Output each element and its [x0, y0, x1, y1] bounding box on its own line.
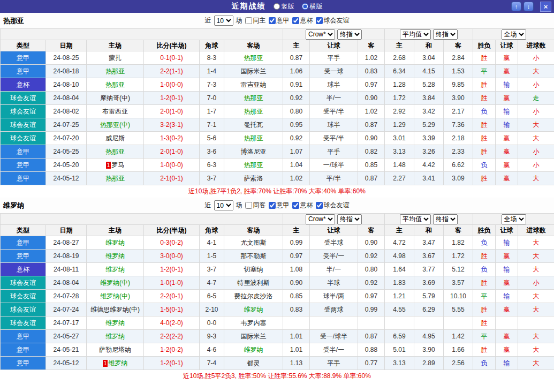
scroll-up-button[interactable]: ↑: [511, 2, 521, 11]
match-count-select[interactable]: 10: [214, 200, 233, 210]
score-link[interactable]: 0-1(0-1): [160, 54, 183, 62]
score-link[interactable]: 1-0(0-0): [160, 81, 183, 88]
avg-away: 9.85: [444, 78, 473, 92]
friendly-checkbox[interactable]: [316, 17, 323, 24]
cup-checkbox[interactable]: [292, 17, 299, 24]
odds-company-select[interactable]: Crow*: [306, 29, 335, 40]
team-link[interactable]: 国际米兰: [241, 67, 267, 75]
team-link[interactable]: 热那亚: [105, 81, 125, 88]
team-link[interactable]: 韦罗内塞: [241, 319, 267, 327]
serie-a-checkbox[interactable]: [269, 17, 276, 24]
score-link[interactable]: 4-0(2-0): [160, 319, 183, 327]
same-venue-filter[interactable]: 同主: [245, 16, 266, 25]
result-goals: 小: [518, 145, 554, 159]
match-count-select[interactable]: 10: [214, 16, 233, 26]
team-link[interactable]: 尤文图斯: [241, 239, 267, 246]
team-link[interactable]: 摩纳哥(中): [100, 94, 130, 102]
team-link[interactable]: 热那亚: [244, 161, 263, 169]
team-link[interactable]: 罗马: [111, 161, 124, 169]
filter-league-serie-a[interactable]: 意甲: [269, 16, 290, 25]
team-link[interactable]: 热那亚: [105, 148, 125, 155]
scope-select[interactable]: 全场: [502, 29, 526, 40]
team-link[interactable]: 热那亚: [244, 108, 263, 115]
team-link[interactable]: 维罗纳: [105, 333, 125, 340]
score-link[interactable]: 1-3(0-2): [160, 134, 183, 142]
odds-company-select[interactable]: Crow*: [306, 214, 335, 224]
average-select[interactable]: 平均值: [400, 214, 431, 224]
team-link[interactable]: 维罗纳: [244, 346, 263, 353]
average-time-select[interactable]: 终指: [433, 29, 458, 40]
score-link[interactable]: 2-2(2-2): [160, 333, 183, 340]
filter-league-serie-a[interactable]: 意甲: [269, 201, 290, 210]
team-link[interactable]: 热那亚: [105, 175, 125, 182]
team-link[interactable]: 萨索洛: [244, 175, 263, 182]
layout-horizontal-option[interactable]: 横版: [302, 2, 323, 11]
score-link[interactable]: 2-2(0-1): [160, 292, 183, 300]
score-link[interactable]: 2-0(1-0): [160, 108, 183, 115]
score-link[interactable]: 3-0(0-0): [160, 252, 183, 260]
filter-league-friendly[interactable]: 球会友谊: [316, 16, 350, 25]
score-link[interactable]: 1-2(0-2): [160, 346, 183, 353]
score-link[interactable]: 1-5(0-1): [160, 306, 183, 313]
friendly-checkbox[interactable]: [316, 202, 323, 209]
score-link[interactable]: 2-1(0-1): [160, 175, 183, 182]
score-link[interactable]: 1-2(0-1): [160, 266, 183, 273]
score-link[interactable]: 3-2(3-1): [160, 121, 183, 129]
team-link[interactable]: 蒙扎: [109, 54, 122, 62]
odds-time-select[interactable]: 终指: [337, 214, 362, 224]
team-link[interactable]: 维罗纳: [105, 239, 125, 246]
team-link[interactable]: 维罗纳: [105, 252, 125, 260]
team-link[interactable]: 萨勒尼塔纳: [99, 346, 131, 353]
corner-score: 9-3: [200, 330, 224, 343]
score-link[interactable]: 2-2(1-1): [160, 67, 183, 75]
close-button[interactable]: ×: [540, 2, 551, 12]
filter-league-friendly[interactable]: 球会友谊: [316, 201, 350, 210]
team-link[interactable]: 热那亚(中): [100, 121, 130, 129]
team-link[interactable]: 热那亚: [244, 54, 263, 62]
corner-score: 5-6: [200, 132, 224, 145]
score-link[interactable]: 1-2(0-1): [160, 359, 183, 367]
filter-league-cup[interactable]: 意杯: [292, 201, 313, 210]
scroll-down-button[interactable]: ↓: [523, 2, 534, 11]
team-link[interactable]: 维罗纳: [105, 266, 125, 273]
score-link[interactable]: 1-2(0-1): [160, 94, 183, 102]
team-link[interactable]: 维罗纳(中): [100, 279, 130, 287]
team-link[interactable]: 博洛尼亚: [241, 148, 267, 155]
cup-checkbox[interactable]: [292, 202, 299, 209]
layout-horizontal-radio[interactable]: [302, 3, 308, 10]
team-link[interactable]: 切塞纳: [244, 266, 263, 273]
team-link[interactable]: 威尼斯: [105, 134, 125, 142]
same-venue-checkbox[interactable]: [245, 17, 252, 24]
team-link[interactable]: 费拉尔皮沙洛: [234, 292, 273, 300]
score-link[interactable]: 0-3(0-2): [160, 239, 183, 246]
team-link[interactable]: 雷吉亚纳: [241, 81, 267, 88]
odds-away: 0.92: [358, 276, 385, 290]
team-link[interactable]: 维罗纳: [108, 359, 127, 367]
filter-league-cup[interactable]: 意杯: [292, 16, 313, 25]
team-link[interactable]: 特里波利斯: [238, 279, 270, 287]
average-time-select[interactable]: 终指: [433, 214, 458, 224]
team-link[interactable]: 维罗纳(中): [100, 292, 130, 300]
score-link[interactable]: 1-0(0-0): [160, 161, 183, 169]
layout-vertical-option[interactable]: 竖版: [274, 2, 294, 11]
team-link[interactable]: 热那亚: [244, 94, 263, 102]
average-select[interactable]: 平均值: [400, 29, 431, 40]
team-link[interactable]: 那不勒斯: [241, 252, 267, 260]
team-link[interactable]: 都灵: [247, 359, 260, 367]
team-link[interactable]: 曼托瓦: [244, 121, 263, 129]
score-link[interactable]: 1-0(1-0): [160, 279, 183, 287]
team-link[interactable]: 维罗纳: [244, 306, 263, 313]
odds-time-select[interactable]: 终指: [337, 29, 362, 40]
team-link[interactable]: 国际米兰: [241, 333, 267, 340]
team-link[interactable]: 维德思维罗纳(中): [90, 306, 140, 313]
layout-vertical-radio[interactable]: [274, 3, 280, 10]
team-link[interactable]: 热那亚: [105, 67, 125, 75]
score-link[interactable]: 2-0(1-0): [160, 148, 183, 155]
same-venue-filter[interactable]: 同客: [245, 201, 266, 210]
same-venue-checkbox[interactable]: [245, 202, 252, 209]
scope-select[interactable]: 全场: [502, 214, 526, 224]
serie-a-checkbox[interactable]: [269, 202, 276, 209]
team-link[interactable]: 布雷西亚: [102, 108, 128, 115]
team-link[interactable]: 热那亚: [244, 134, 263, 142]
team-link[interactable]: 维罗纳: [105, 319, 125, 327]
